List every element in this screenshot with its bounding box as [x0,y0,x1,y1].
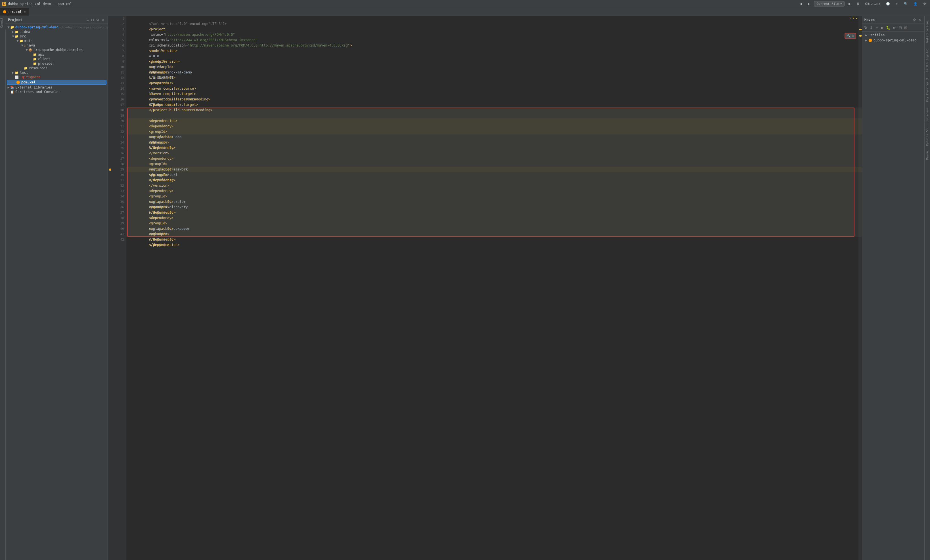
tab-key-promoter[interactable]: Key Promoter X [925,76,929,104]
build-btn[interactable]: ⚒ [855,2,861,6]
panel-title: Project [8,18,84,22]
maven-download-btn[interactable]: ⬇ [869,25,873,30]
marker-7 [108,48,112,54]
maven-add-btn[interactable]: ＋ [874,25,879,31]
tree-item-idea[interactable]: ▶ 📁 .idea [6,29,108,34]
maven-debug-btn[interactable]: 🐛 [885,25,892,30]
root-folder-icon: 📁 [10,26,14,29]
marker-14 [108,86,112,91]
ln-14: 14 [120,86,124,91]
maven-expand-btn[interactable]: ⊞ [903,25,908,30]
marker-30 [108,172,112,178]
panel-settings-btn[interactable]: ⚙ [95,18,100,22]
tree-item-java[interactable]: ▼ ☕ java [6,43,108,48]
ln-31: 31 [120,178,124,183]
ln-18: 18 [120,107,124,113]
marker-37 [108,210,112,215]
title-bar: IJ dubbo-spring-xml-demo – pom.xml ◀ ▶ C… [0,0,930,8]
editor-popup: 🔧 ✕ [845,33,856,39]
code-line-6 [126,43,862,48]
code-area[interactable]: <?xml version="1.0" encoding="UTF-8"?> <… [126,16,862,560]
code-line-29: </dependency> [126,167,862,172]
tree-item-root[interactable]: ▼ 📁 dubbo-spring-xml-demo ~/code/dubbo-s… [6,25,108,29]
tree-item-package[interactable]: ▼ 📦 org.apache.dubbo.samples [6,48,108,52]
tab-database[interactable]: Database [925,105,929,123]
api-icon: 📁 [33,53,37,57]
tab-github-copilot[interactable]: GitHub Copilot [925,46,929,74]
ln-25: 25 [120,145,124,150]
panel-collapse-btn[interactable]: ⊟ [90,18,95,22]
marker-18 [108,107,112,113]
maven-close-btn[interactable]: ✕ [918,18,922,22]
maven-toolbar: ↻ ⬇ ＋ ▶ 🐛 ⏭ ⊟ ⊞ [862,24,924,32]
tree-item-provider[interactable]: ▶ 📁 provider [6,61,108,66]
project-name: dubbo-spring-xml-demo [8,2,51,6]
settings-btn[interactable]: ⚙ [921,2,928,6]
git-btn[interactable]: Git: ✓ ⎇ ↑ [863,2,882,6]
person-btn[interactable]: 👤 [912,2,919,6]
maven-run-btn[interactable]: ▶ [880,25,885,30]
maven-skip-btn[interactable]: ⏭ [892,25,898,30]
tree-item-ext-libs[interactable]: ▶ 📚 External Libraries [6,85,108,90]
tree-item-main[interactable]: ▼ 📁 main [6,38,108,43]
marker-28 [108,161,112,167]
forward-btn[interactable]: ▶ [806,2,811,6]
code-line-38: <artifactId> zookeeper </artifactId> [126,215,862,221]
marker-1 [108,16,112,21]
marker-15 [108,91,112,97]
ln-36: 36 [120,204,124,210]
code-line-22: <version> 3.1.6 </version> [126,129,862,135]
code-line-32: <groupId> org.apache.curator </groupId> [126,183,862,189]
ln-33: 33 [120,189,124,194]
tree-item-client[interactable]: ▶ 📁 client [6,57,108,61]
history-btn[interactable]: 🕐 [884,2,892,6]
ln-11: 11 [120,70,124,75]
editor-content[interactable]: ⚠ 7 ▾ 🔧 ✕ [108,16,862,560]
profiles-label: Profiles [868,33,885,37]
root-arrow: ▼ [7,25,10,29]
ln-34: 34 [120,194,124,199]
code-line-20: <groupId> org.apache.dubbo </groupId> [126,118,862,124]
project-label: dubbo-spring-xml-demo [873,38,917,42]
main-arrow: ▼ [16,39,19,43]
marker-17 [108,102,112,107]
title-bar-right: ◀ ▶ Current File ▾ ▶ ⚒ Git: ✓ ⎇ ↑ 🕐 ↩ 🔍 … [798,1,928,6]
marker-35 [108,199,112,204]
run-btn[interactable]: ▶ [847,2,853,6]
tab-pom-xml[interactable]: 🟠 pom.xml ✕ [0,8,29,15]
pom-tab-close[interactable]: ✕ [24,10,26,13]
tree-item-pom[interactable]: ▶ 🟠 pom.xml [7,80,106,85]
tab-mybatis[interactable]: Mybatis SQL [925,124,929,148]
tree-item-test[interactable]: ▶ 📁 test [6,71,108,75]
popup-close-btn[interactable]: ✕ [852,34,854,38]
current-file-dropdown[interactable]: Current File ▾ [814,1,845,6]
tab-maven[interactable]: Maven [925,149,929,162]
code-line-9: <version> 1.0-SNAPSHOT </version> [126,59,862,64]
undo-btn[interactable]: ↩ [894,2,900,6]
back-btn[interactable]: ◀ [798,2,804,6]
code-line-30 [126,172,862,178]
tree-item-src[interactable]: ▼ 📁 src [6,34,108,38]
tab-notifications[interactable]: Notifications [925,18,929,45]
ln-41: 41 [120,232,124,237]
tree-item-gitignore[interactable]: ▶ ⬜ .gitignore [6,75,108,80]
maven-collapse-btn[interactable]: ⊟ [898,25,903,30]
search-btn[interactable]: 🔍 [902,2,910,6]
panel-close-btn[interactable]: ✕ [101,18,105,22]
panel-sort-btn[interactable]: ⇅ [85,18,90,22]
code-line-37: <groupId> org.apache.zookeeper </groupId… [126,210,862,215]
maven-project[interactable]: ▶ 🟠 dubbo-spring-xml-demo [862,38,924,43]
tree-item-api[interactable]: ▶ 📁 api [6,52,108,57]
tree-item-resources[interactable]: ▶ 📁 resources [6,66,108,71]
marker-33 [108,189,112,194]
maven-refresh-btn[interactable]: ↻ [863,25,868,30]
code-line-14: <project.build.sourceEncoding> UTF-8 </p… [126,86,862,91]
gitignore-label: .gitignore [20,75,40,79]
maven-profiles[interactable]: ▶ Profiles [862,33,924,38]
tree-item-scratches[interactable]: ▶ 📋 Scratches and Consoles [6,90,108,94]
ln-21: 21 [120,124,124,129]
marker-23 [108,135,112,140]
commit-tab[interactable]: Commit [0,16,6,29]
maven-settings-btn[interactable]: ⚙ [912,18,917,22]
right-tabs: Notifications GitHub Copilot Key Promote… [924,16,930,560]
